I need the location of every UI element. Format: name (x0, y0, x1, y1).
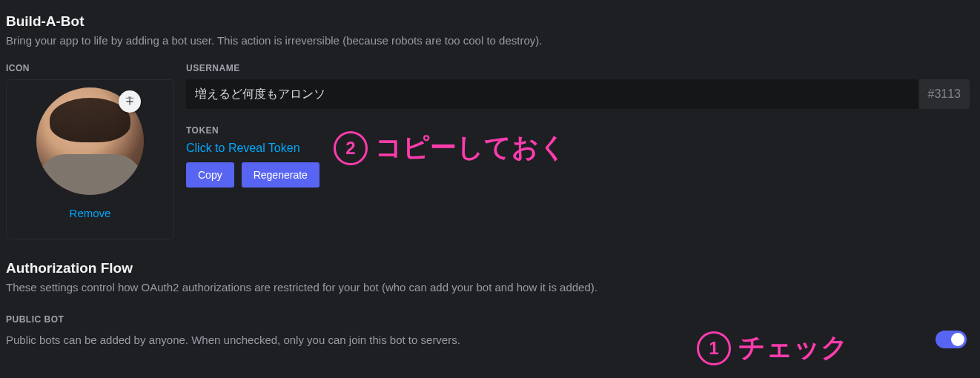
public-bot-description: Public bots can be added by anyone. When… (6, 334, 460, 346)
authorization-flow-title: Authorization Flow (6, 260, 970, 276)
username-label: USERNAME (186, 63, 970, 73)
build-a-bot-title: Build-A-Bot (6, 13, 970, 30)
public-bot-label: PUBLIC BOT (6, 314, 970, 325)
icon-label: ICON (6, 63, 174, 73)
icon-card: Remove (6, 79, 174, 239)
authorization-flow-subtitle: These settings control how OAuth2 author… (6, 281, 970, 294)
discriminator: #3113 (918, 79, 970, 109)
username-input[interactable] (186, 79, 918, 109)
avatar-upload-area[interactable] (36, 87, 144, 195)
reveal-token-link[interactable]: Click to Reveal Token (186, 142, 300, 155)
token-label: TOKEN (186, 125, 970, 136)
build-a-bot-subtitle: Bring your app to life by adding a bot u… (6, 34, 970, 47)
remove-icon-link[interactable]: Remove (70, 207, 111, 219)
regenerate-token-button[interactable]: Regenerate (242, 162, 320, 188)
copy-token-button[interactable]: Copy (186, 162, 234, 188)
upload-image-icon[interactable] (119, 90, 141, 113)
toggle-thumb (951, 333, 964, 346)
public-bot-toggle[interactable] (936, 331, 967, 348)
